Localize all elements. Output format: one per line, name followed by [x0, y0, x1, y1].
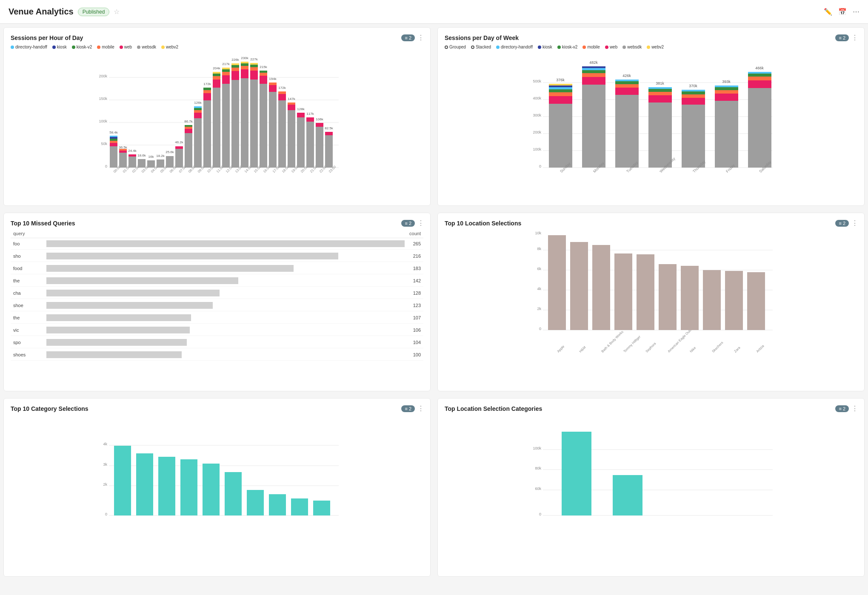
category-selections-card: Top 10 Category Selections ≡2 ⋮ 0 2k 3k … — [3, 398, 431, 577]
svg-rect-178 — [682, 98, 705, 105]
col-count: count — [398, 231, 423, 236]
svg-rect-94 — [250, 63, 258, 65]
svg-rect-165 — [615, 84, 639, 88]
svg-rect-104 — [269, 85, 277, 92]
svg-rect-49 — [194, 118, 202, 168]
svg-rect-27 — [138, 159, 146, 168]
svg-text:126k: 126k — [194, 101, 202, 105]
svg-rect-73 — [222, 68, 230, 69]
svg-text:Skechers: Skechers — [711, 341, 724, 353]
svg-rect-13 — [110, 139, 117, 141]
sessions-day-controls: ≡2 ⋮ — [835, 34, 858, 42]
svg-rect-78 — [231, 68, 239, 71]
svg-rect-150 — [549, 87, 572, 89]
svg-rect-245 — [291, 498, 308, 515]
edit-icon[interactable]: ✏️ — [824, 8, 832, 16]
svg-text:230k: 230k — [241, 56, 248, 60]
svg-rect-69 — [222, 84, 230, 168]
category-selections-filter[interactable]: ≡2 — [401, 405, 415, 412]
svg-rect-71 — [222, 72, 230, 75]
svg-rect-99 — [260, 73, 267, 76]
location-categories-chart: 0 60k 80k 100k — [445, 416, 857, 543]
category-selections-chart: 0 2k 3k 4k — [11, 416, 423, 543]
svg-rect-45 — [185, 127, 192, 129]
sessions-day-filter[interactable]: ≡2 — [835, 34, 849, 41]
svg-text:10k: 10k — [535, 231, 541, 235]
svg-text:36.5k: 36.5k — [119, 145, 128, 149]
svg-rect-255 — [562, 432, 591, 515]
svg-rect-118 — [297, 117, 305, 168]
svg-rect-51 — [194, 110, 202, 113]
sessions-hour-filter[interactable]: ≡2 — [401, 34, 415, 41]
location-categories-filter[interactable]: ≡2 — [835, 405, 849, 412]
sessions-hour-card: Sessions per Hour of Day ≡2 ⋮ directory-… — [3, 27, 431, 206]
svg-text:172k: 172k — [203, 82, 211, 86]
location-selections-filter[interactable]: ≡2 — [835, 220, 849, 227]
svg-rect-186 — [715, 90, 738, 94]
svg-rect-241 — [203, 464, 220, 515]
category-selections-menu[interactable]: ⋮ — [417, 404, 424, 413]
header-right: ✏️ 📅 ⋯ — [824, 8, 859, 16]
svg-text:0: 0 — [539, 327, 541, 331]
svg-rect-86 — [241, 63, 248, 66]
svg-rect-239 — [158, 457, 175, 515]
svg-rect-57 — [203, 93, 211, 100]
svg-text:0: 0 — [539, 164, 541, 168]
sessions-hour-title: Sessions per Hour of Day — [11, 34, 423, 41]
calendar-icon[interactable]: 📅 — [838, 8, 847, 16]
location-categories-title: Top Location Selection Categories — [445, 405, 857, 412]
location-selections-menu[interactable]: ⋮ — [851, 219, 858, 227]
svg-rect-148 — [549, 92, 572, 96]
sessions-hour-menu[interactable]: ⋮ — [417, 34, 424, 42]
svg-rect-193 — [748, 77, 771, 80]
svg-rect-146 — [549, 104, 572, 168]
svg-rect-36 — [166, 156, 174, 168]
svg-rect-79 — [231, 65, 239, 68]
svg-text:Sephora: Sephora — [645, 342, 657, 353]
svg-text:393k: 393k — [722, 80, 731, 84]
svg-rect-172 — [648, 92, 672, 95]
svg-text:400k: 400k — [533, 96, 541, 100]
missed-queries-controls: ≡2 ⋮ — [401, 219, 424, 227]
missed-queries-filter[interactable]: ≡2 — [401, 220, 415, 227]
svg-text:82.5k: 82.5k — [325, 126, 334, 130]
sessions-hour-chart: 0 50k 100k 150k 200k 58.4k 00:00 — [11, 54, 423, 177]
svg-text:500k: 500k — [533, 79, 541, 83]
svg-rect-53 — [194, 106, 202, 108]
table-row: the 142 — [11, 275, 423, 287]
missed-queries-title: Top 10 Missed Queries — [11, 220, 423, 227]
svg-text:2k: 2k — [103, 482, 107, 487]
location-categories-menu[interactable]: ⋮ — [851, 404, 858, 413]
svg-rect-63 — [213, 80, 220, 88]
svg-rect-70 — [222, 75, 230, 84]
svg-text:147k: 147k — [288, 97, 295, 101]
svg-rect-113 — [288, 110, 295, 168]
more-icon[interactable]: ⋯ — [853, 8, 859, 16]
svg-text:18.6k: 18.6k — [137, 154, 146, 157]
missed-queries-menu[interactable]: ⋮ — [417, 219, 424, 227]
star-icon[interactable]: ☆ — [114, 8, 120, 16]
svg-rect-115 — [288, 102, 295, 105]
svg-rect-56 — [203, 100, 211, 168]
svg-text:18.2k: 18.2k — [156, 154, 165, 158]
svg-rect-171 — [648, 95, 672, 102]
svg-text:200k: 200k — [99, 74, 107, 78]
svg-rect-65 — [213, 74, 220, 76]
svg-rect-46 — [185, 125, 192, 127]
svg-rect-105 — [269, 83, 277, 85]
svg-text:4k: 4k — [537, 287, 541, 291]
svg-rect-180 — [682, 91, 705, 94]
svg-text:117k: 117k — [306, 112, 314, 116]
svg-rect-110 — [278, 91, 286, 94]
svg-text:204k: 204k — [213, 66, 220, 70]
svg-rect-72 — [222, 69, 230, 72]
sessions-day-menu[interactable]: ⋮ — [851, 34, 858, 42]
svg-rect-159 — [582, 68, 605, 70]
svg-rect-179 — [682, 94, 705, 98]
category-selections-title: Top 10 Category Selections — [11, 405, 423, 412]
svg-rect-187 — [715, 87, 738, 90]
svg-rect-237 — [114, 446, 131, 515]
svg-rect-127 — [316, 123, 323, 127]
table-row: shoe 123 — [11, 300, 423, 311]
svg-rect-157 — [582, 73, 605, 77]
